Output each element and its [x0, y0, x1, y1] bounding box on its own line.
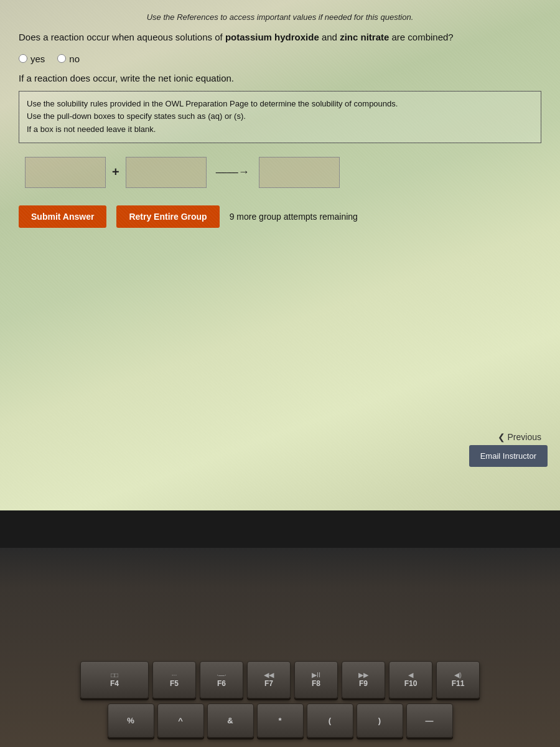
equation-box-result[interactable] [259, 157, 340, 188]
attempts-remaining-text: 9 more group attempts remaining [230, 212, 358, 222]
key-f7-icon: ◀◀ [264, 671, 274, 679]
key-asterisk[interactable]: * [257, 703, 304, 738]
instructions-box: Use the solubility rules provided in the… [19, 91, 541, 143]
previous-link[interactable]: Previous [498, 432, 541, 442]
key-ampersand-symbol: & [227, 716, 233, 725]
radio-no-label: no [69, 54, 80, 64]
buttons-row: Submit Answer Retry Entire Group 9 more … [19, 205, 541, 228]
reference-line: Use the References to access important v… [19, 12, 541, 22]
key-f4-icon: □□ [111, 672, 118, 679]
previous-label: Previous [508, 432, 541, 442]
key-f6-icon: ·—· [217, 672, 226, 679]
key-f8-icon: ▶II [312, 671, 320, 679]
key-f7[interactable]: ◀◀ F7 [247, 661, 291, 698]
key-f10-icon: ◀ [408, 671, 413, 679]
instruction-line-1: Use the solubility rules provided in the… [27, 98, 533, 111]
key-f7-label: F7 [264, 679, 273, 688]
radio-yes-option[interactable]: yes [19, 54, 45, 64]
email-instructor-button[interactable]: Email Instructor [469, 445, 548, 467]
dark-bar [0, 510, 560, 548]
key-f4[interactable]: □□ F4 [80, 661, 149, 698]
radio-no-option[interactable]: no [57, 54, 80, 64]
key-close-paren[interactable]: ) [357, 703, 403, 738]
key-f11[interactable]: ◀) F11 [436, 661, 480, 698]
radio-yes[interactable] [19, 54, 27, 63]
key-caret-symbol: ^ [178, 716, 183, 725]
key-f6[interactable]: ·—· F6 [200, 661, 243, 698]
key-f5[interactable]: ··· F5 [152, 661, 196, 698]
key-close-paren-symbol: ) [378, 716, 381, 725]
equation-plus-sign: + [112, 165, 119, 179]
question-text: Does a reaction occur when aqueous solut… [19, 31, 541, 45]
bold-term-1: potassium hydroxide [225, 32, 319, 42]
key-dash-symbol: — [426, 716, 434, 725]
key-f8[interactable]: ▶II F8 [294, 661, 338, 698]
main-content: Use the References to access important v… [0, 0, 560, 510]
key-open-paren[interactable]: ( [307, 703, 353, 738]
key-f11-label: F11 [452, 679, 465, 688]
key-dash[interactable]: — [406, 703, 453, 738]
equation-box-left[interactable] [25, 157, 106, 188]
key-open-paren-symbol: ( [329, 716, 331, 725]
instruction-line-2: Use the pull-down boxes to specify state… [27, 110, 533, 123]
key-percent-symbol: % [127, 716, 134, 725]
key-f4-label: F4 [110, 679, 119, 688]
retry-entire-group-button[interactable]: Retry Entire Group [116, 205, 219, 228]
equation-box-right[interactable] [126, 157, 207, 188]
key-ampersand[interactable]: & [207, 703, 254, 738]
key-f9-icon: ▶▶ [358, 671, 368, 679]
key-f10-label: F10 [404, 679, 418, 688]
key-f10[interactable]: ◀ F10 [389, 661, 432, 698]
symbol-keys-row: % ^ & * ( ) — [108, 703, 453, 738]
submit-answer-button[interactable]: Submit Answer [19, 205, 106, 228]
key-f8-label: F8 [312, 679, 320, 688]
key-caret[interactable]: ^ [157, 703, 204, 738]
key-f6-label: F6 [217, 679, 226, 688]
keyboard-area: □□ F4 ··· F5 ·—· F6 ◀◀ F7 ▶II F8 ▶▶ F9 ◀… [0, 548, 560, 747]
key-percent[interactable]: % [108, 703, 154, 738]
radio-yes-label: yes [30, 54, 45, 64]
key-f9-label: F9 [359, 679, 368, 688]
yes-no-radio-group: yes no [19, 54, 541, 64]
function-keys-row: □□ F4 ··· F5 ·—· F6 ◀◀ F7 ▶II F8 ▶▶ F9 ◀… [80, 661, 480, 698]
radio-no[interactable] [57, 54, 66, 63]
equation-arrow: ——→ [216, 166, 250, 179]
bold-term-2: zinc nitrate [340, 32, 389, 42]
key-asterisk-symbol: * [278, 716, 281, 725]
key-f5-icon: ··· [172, 672, 177, 679]
net-ionic-label: If a reaction does occur, write the net … [19, 73, 541, 83]
instruction-line-3: If a box is not needed leave it blank. [27, 123, 533, 136]
key-f11-icon: ◀) [454, 671, 462, 679]
equation-area: + ——→ [19, 157, 541, 188]
key-f5-label: F5 [170, 679, 179, 688]
key-f9[interactable]: ▶▶ F9 [342, 661, 385, 698]
